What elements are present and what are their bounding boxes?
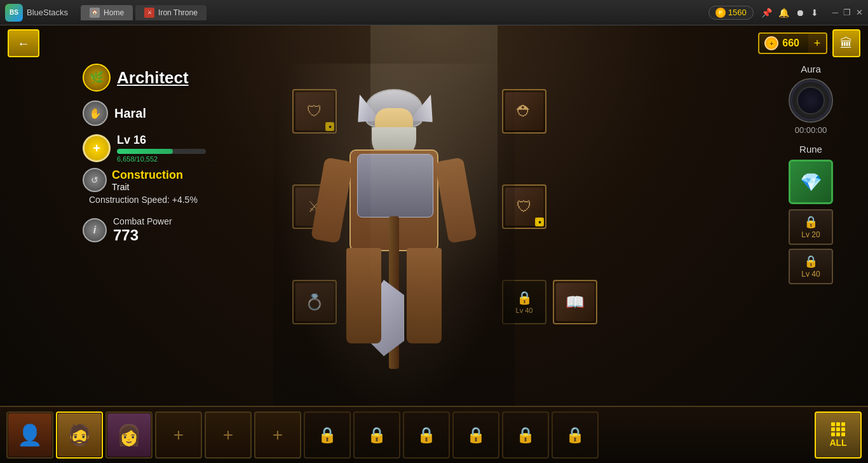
home-icon: 🏠	[90, 8, 100, 18]
game-area: ← + 660 + 🏛 🌿 Architect ✋ Haral + Lv 16	[0, 25, 868, 463]
level-text: Lv 16	[117, 134, 206, 147]
points-icon: P	[715, 8, 726, 18]
lock-slot-icon-5: 🔒	[516, 426, 535, 444]
pin-icon[interactable]: 📌	[761, 8, 772, 18]
home-tab-label: Home	[104, 8, 124, 17]
book-slot[interactable]: 📖	[553, 280, 597, 324]
aura-time: 00:00:00	[766, 125, 855, 135]
lock-slot-icon-6: 🔒	[566, 426, 585, 444]
lock-slot-4: 🔒	[452, 411, 499, 459]
all-label: ALL	[829, 438, 846, 448]
gold-amount: + 660	[758, 32, 808, 54]
char-portrait-2: 🧔	[58, 413, 101, 457]
bluestacks-logo: BS	[5, 4, 23, 22]
back-button[interactable]: ←	[8, 29, 39, 57]
bluestacks-label: BlueStacks	[27, 8, 68, 17]
char-slot-1[interactable]: 👤	[6, 411, 53, 459]
shield-gem: ★	[535, 218, 544, 226]
char-slot-2[interactable]: 🧔	[56, 411, 103, 459]
rune-section: Rune 💎 🔒 Lv 20 🔒 Lv 40	[766, 144, 855, 284]
hero-badge-icon: 🌿	[83, 64, 111, 92]
add-slot-3[interactable]: +	[254, 411, 301, 459]
aura-section: Aura 00:00:00	[766, 64, 855, 135]
add-slot-2[interactable]: +	[205, 411, 252, 459]
combat-label: Combat Power	[113, 216, 172, 226]
gold-bar: + 660 + 🏛	[758, 29, 860, 57]
hero-arm-left	[311, 157, 353, 244]
hero-leg-left	[346, 248, 381, 343]
aura-ring	[790, 80, 831, 121]
xp-fraction: 6,658/10,552	[117, 155, 206, 163]
lock-slot-6: 🔒	[552, 411, 599, 459]
char-slot-3[interactable]: 👩	[105, 411, 153, 459]
home-tab[interactable]: 🏠 Home	[81, 5, 133, 20]
wing-right	[410, 91, 442, 128]
rune-lock-icon-2: 🔒	[804, 254, 818, 268]
bell-icon[interactable]: 🔔	[778, 8, 789, 18]
rune-locked-1[interactable]: 🔒 Lv 20	[789, 209, 833, 245]
hero-title-row: 🌿 Architect	[83, 64, 261, 92]
hero-head	[365, 89, 423, 153]
record-icon[interactable]: ⏺	[796, 8, 804, 18]
hero-body	[311, 89, 477, 407]
right-panel: Aura 00:00:00 Rune 💎 🔒 Lv 20 🔒 Lv 40	[766, 64, 855, 288]
trait-name: Construction	[112, 169, 183, 182]
hero-title[interactable]: Architect	[117, 68, 189, 88]
lock-slot-icon-2: 🔒	[367, 426, 386, 444]
all-dot-8	[836, 432, 840, 436]
combat-value: 773	[113, 226, 172, 244]
titlebar-icons: 📌 🔔 ⏺ ⬇	[761, 8, 818, 18]
hero-leg-right	[407, 248, 442, 343]
hero-figure-container	[254, 51, 534, 420]
gold-value: 660	[782, 38, 799, 49]
lock-slot-icon-4: 🔒	[466, 426, 485, 444]
close-button[interactable]: ✕	[856, 8, 863, 17]
all-button[interactable]: ALL	[815, 411, 862, 459]
trait-description: Construction Speed: +4.5%	[89, 195, 261, 205]
trait-icon: ↺	[83, 168, 107, 192]
rune-lv-2: Lv 40	[801, 270, 820, 279]
gold-coin-icon: +	[764, 36, 778, 50]
rune-lv-1: Lv 20	[801, 230, 820, 239]
level-row: + Lv 16 6,658/10,552	[83, 134, 261, 163]
xp-bar-fill	[117, 149, 173, 154]
trait-sub: Trait	[112, 182, 183, 192]
game-topbar: ← + 660 + 🏛	[0, 25, 868, 61]
all-dot-7	[831, 432, 835, 436]
level-add-button[interactable]: +	[83, 134, 111, 162]
all-dot-3	[841, 422, 845, 426]
trait-row: ↺ Construction Trait	[83, 168, 261, 192]
lock-slot-1: 🔒	[304, 411, 351, 459]
points-value: 1560	[728, 8, 747, 17]
aura-circle[interactable]	[789, 78, 833, 123]
game-tab[interactable]: ⚔ Iron Throne	[135, 5, 207, 20]
hero-name-row: ✋ Haral	[83, 100, 261, 126]
gold-add-button[interactable]: +	[808, 32, 827, 54]
all-dot-2	[836, 422, 840, 426]
char-portrait-3: 👩	[107, 413, 151, 457]
lock-slot-2: 🔒	[353, 411, 400, 459]
rune-gem-icon: 💎	[800, 172, 822, 193]
minimize-button[interactable]: ─	[832, 8, 838, 17]
titlebar: BS BlueStacks 🏠 Home ⚔ Iron Throne P 156…	[0, 0, 868, 25]
lock-slot-icon-3: 🔒	[417, 426, 436, 444]
bank-button[interactable]: 🏛	[832, 29, 860, 57]
add-slot-1[interactable]: +	[155, 411, 202, 459]
hero-name-icon: ✋	[83, 100, 108, 126]
rune-lock-icon-1: 🔒	[804, 215, 818, 229]
armor-plate	[357, 154, 433, 218]
lock-slot-3: 🔒	[403, 411, 450, 459]
rune-locked-2[interactable]: 🔒 Lv 40	[789, 249, 833, 284]
download-icon[interactable]: ⬇	[811, 8, 818, 18]
all-dot-5	[836, 427, 840, 431]
all-dot-6	[841, 427, 845, 431]
hero-arm-right	[435, 157, 477, 244]
restore-button[interactable]: ❐	[843, 8, 851, 17]
lock-slot-icon-1: 🔒	[318, 426, 337, 444]
char-portrait-1: 👤	[8, 413, 51, 457]
rune-label: Rune	[766, 144, 855, 155]
all-dot-9	[841, 432, 845, 436]
trait-info: Construction Trait	[112, 169, 183, 192]
rune-gem-active[interactable]: 💎	[789, 160, 833, 204]
info-icon[interactable]: i	[83, 218, 107, 242]
